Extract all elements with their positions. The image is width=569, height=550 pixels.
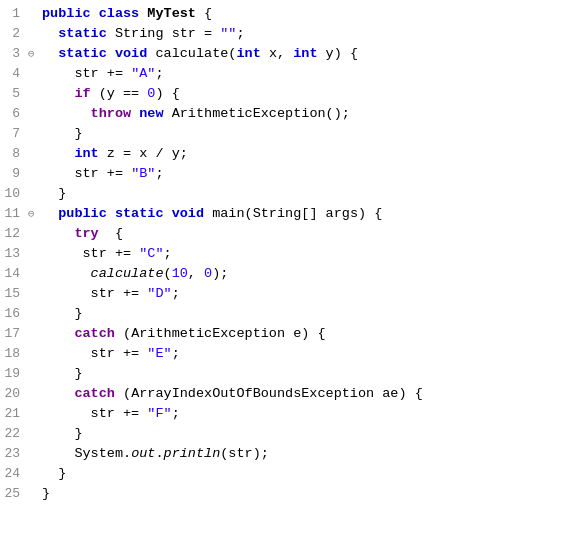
code-line: 21 str += "F"; xyxy=(0,404,569,424)
token-plain: [] args) { xyxy=(301,206,382,221)
token-plain: } xyxy=(42,366,83,381)
line-content: str += "A"; xyxy=(40,64,569,84)
token-plain xyxy=(42,226,74,241)
token-plain: ; xyxy=(172,346,180,361)
line-number: 2 xyxy=(0,24,28,44)
line-number: 5 xyxy=(0,84,28,104)
code-line: 20 catch (ArrayIndexOutOfBoundsException… xyxy=(0,384,569,404)
line-content: calculate(10, 0); xyxy=(40,264,569,284)
token-plain: . xyxy=(155,446,163,461)
token-kw-blue: public xyxy=(58,206,115,221)
token-kw-blue: void xyxy=(172,206,213,221)
line-number: 9 xyxy=(0,164,28,184)
code-line: 16 } xyxy=(0,304,569,324)
token-method-name: calculate xyxy=(155,46,228,61)
line-number: 11 xyxy=(0,204,28,224)
code-line: 7 } xyxy=(0,124,569,144)
code-line: 22 } xyxy=(0,424,569,444)
token-plain: y) { xyxy=(318,46,359,61)
code-line: 2 static String str = ""; xyxy=(0,24,569,44)
token-string: "B" xyxy=(131,166,155,181)
token-plain: } xyxy=(42,126,83,141)
line-content: } xyxy=(40,464,569,484)
line-number: 8 xyxy=(0,144,28,164)
line-content: } xyxy=(40,364,569,384)
token-plain: ArrayIndexOutOfBoundsException xyxy=(131,386,374,401)
token-plain: } xyxy=(42,486,50,501)
token-plain: } xyxy=(42,306,83,321)
token-kw-blue: static xyxy=(42,26,115,41)
token-plain: (str); xyxy=(220,446,269,461)
token-plain: ( xyxy=(115,386,131,401)
token-kw-blue: static xyxy=(42,46,115,61)
code-line: 19 } xyxy=(0,364,569,384)
line-content: str += "F"; xyxy=(40,404,569,424)
token-kw-blue: int xyxy=(293,46,317,61)
line-number: 10 xyxy=(0,184,28,204)
token-plain: str = xyxy=(164,26,221,41)
token-plain: z = x / y; xyxy=(99,146,188,161)
token-plain: ; xyxy=(164,246,172,261)
code-line: 4 str += "A"; xyxy=(0,64,569,84)
token-plain: (); xyxy=(326,106,350,121)
line-number: 13 xyxy=(0,244,28,264)
line-content: str += "C"; xyxy=(40,244,569,264)
token-kw-blue: void xyxy=(115,46,156,61)
token-plain: ( xyxy=(245,206,253,221)
token-plain: (y == xyxy=(91,86,148,101)
token-string: "D" xyxy=(147,286,171,301)
line-number: 20 xyxy=(0,384,28,404)
token-kw-purple: catch xyxy=(74,386,115,401)
token-plain xyxy=(164,106,172,121)
token-plain: { xyxy=(196,6,212,21)
token-plain xyxy=(42,86,74,101)
line-content: } xyxy=(40,184,569,204)
line-number: 23 xyxy=(0,444,28,464)
token-kw-purple: if xyxy=(74,86,90,101)
code-line: 1public class MyTest { xyxy=(0,4,569,24)
token-plain: } xyxy=(42,466,66,481)
line-marker[interactable]: ⊖ xyxy=(28,204,40,224)
line-content: } xyxy=(40,484,569,504)
token-plain: . xyxy=(123,446,131,461)
token-plain: String xyxy=(253,206,302,221)
token-plain: e) { xyxy=(285,326,326,341)
token-kw-blue: public xyxy=(42,6,99,21)
line-content: str += "D"; xyxy=(40,284,569,304)
line-number: 12 xyxy=(0,224,28,244)
line-content: throw new ArithmeticException(); xyxy=(40,104,569,124)
line-content: catch (ArrayIndexOutOfBoundsException ae… xyxy=(40,384,569,404)
token-kw-blue: int xyxy=(236,46,260,61)
token-plain: } xyxy=(42,426,83,441)
line-content: public class MyTest { xyxy=(40,4,569,24)
token-plain: , xyxy=(188,266,204,281)
line-marker[interactable]: ⊖ xyxy=(28,44,40,64)
token-kw-blue: static xyxy=(115,206,172,221)
line-content: static String str = ""; xyxy=(40,24,569,44)
token-plain: ; xyxy=(236,26,244,41)
line-content: int z = x / y; xyxy=(40,144,569,164)
token-plain: ArithmeticException xyxy=(131,326,285,341)
line-content: if (y == 0) { xyxy=(40,84,569,104)
token-kw-blue: class xyxy=(99,6,148,21)
token-plain: x, xyxy=(261,46,293,61)
code-line: 8 int z = x / y; xyxy=(0,144,569,164)
token-kw-blue: new xyxy=(139,106,163,121)
token-plain: ( xyxy=(164,266,172,281)
code-line: 23 System.out.println(str); xyxy=(0,444,569,464)
line-content: static void calculate(int x, int y) { xyxy=(40,44,569,64)
line-number: 4 xyxy=(0,64,28,84)
token-string: "C" xyxy=(139,246,163,261)
token-kw-purple: catch xyxy=(74,326,115,341)
line-number: 18 xyxy=(0,344,28,364)
token-method-name: main xyxy=(212,206,244,221)
line-content: public static void main(String[] args) { xyxy=(40,204,569,224)
line-content: str += "E"; xyxy=(40,344,569,364)
code-line: 13 str += "C"; xyxy=(0,244,569,264)
line-content: System.out.println(str); xyxy=(40,444,569,464)
code-line: 9 str += "B"; xyxy=(0,164,569,184)
line-number: 3 xyxy=(0,44,28,64)
token-plain: System xyxy=(74,446,123,461)
line-number: 1 xyxy=(0,4,28,24)
token-plain: String xyxy=(115,26,164,41)
